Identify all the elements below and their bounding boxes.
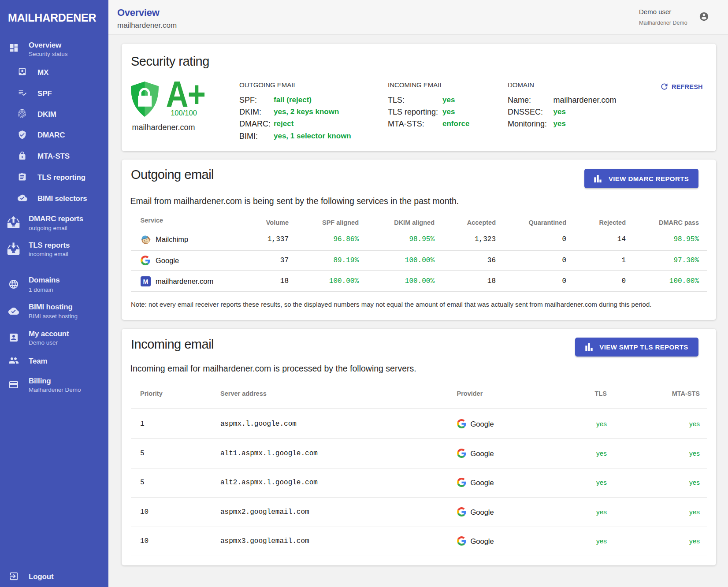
svg-text:M: M: [143, 278, 148, 285]
